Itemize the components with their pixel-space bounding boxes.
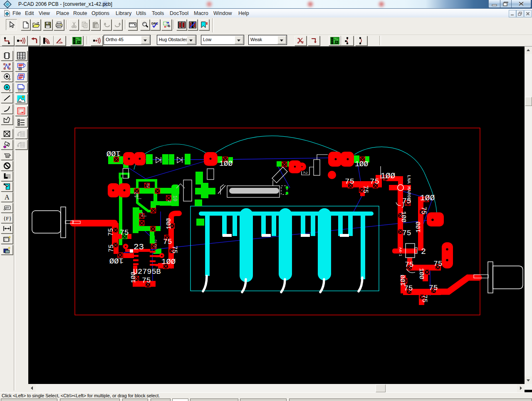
svg-text:75: 75 — [120, 229, 129, 237]
svg-text:1ØØ: 1ØØ — [400, 211, 407, 222]
svg-text:75: 75 — [163, 238, 172, 246]
svg-text:75: 75 — [402, 229, 411, 237]
svg-text:12: 12 — [134, 192, 140, 198]
svg-text:75: 75 — [420, 207, 427, 214]
svg-text:1ØØ: 1ØØ — [166, 218, 173, 229]
svg-text:LNA MAR08: LNA MAR08 — [406, 175, 412, 201]
svg-text:A: A — [5, 194, 10, 201]
svg-text:1ØØ: 1ØØ — [418, 268, 425, 279]
svg-text:1ØØ: 1ØØ — [415, 221, 422, 233]
svg-text:75: 75 — [142, 276, 151, 285]
svg-text:1ØØ: 1ØØ — [355, 160, 369, 168]
svg-text:75: 75 — [361, 185, 369, 193]
svg-text:75: 75 — [108, 244, 115, 252]
svg-text:75: 75 — [345, 177, 354, 186]
svg-text:1ØØ: 1ØØ — [106, 149, 121, 158]
svg-text:xxxx: xxxx — [18, 90, 24, 92]
svg-text:V: V — [9, 89, 11, 92]
svg-text:75: 75 — [171, 246, 178, 253]
svg-text:75: 75 — [421, 295, 428, 303]
svg-text:P: P — [9, 78, 11, 81]
svg-text:1ØØ: 1ØØ — [420, 194, 435, 203]
svg-text:1ØØ: 1ØØ — [109, 256, 124, 265]
svg-text:75: 75 — [370, 177, 379, 186]
svg-text:1ØØ: 1ØØ — [219, 160, 233, 168]
svg-text:2: 2 — [421, 247, 426, 256]
svg-text:2: 2 — [167, 200, 172, 203]
svg-text:{F}: {F} — [3, 215, 11, 221]
svg-text:10: 10 — [172, 195, 178, 201]
svg-text:1ØØ: 1ØØ — [381, 172, 395, 181]
svg-text:2: 2 — [154, 244, 157, 248]
svg-text:2: 2 — [302, 171, 308, 174]
svg-text:U2795B: U2795B — [133, 268, 161, 276]
svg-text:A4-1: A4-1 — [398, 247, 402, 256]
svg-text:75: 75 — [405, 261, 414, 269]
svg-text:23: 23 — [134, 242, 144, 252]
svg-text:75: 75 — [433, 260, 443, 268]
svg-text:75: 75 — [107, 228, 115, 236]
svg-text:DRC: DRC — [151, 21, 158, 25]
svg-text:2: 2 — [146, 183, 150, 189]
svg-text:1ØØ: 1ØØ — [161, 257, 176, 266]
svg-text:75: 75 — [429, 284, 438, 292]
svg-text:75: 75 — [404, 284, 413, 293]
